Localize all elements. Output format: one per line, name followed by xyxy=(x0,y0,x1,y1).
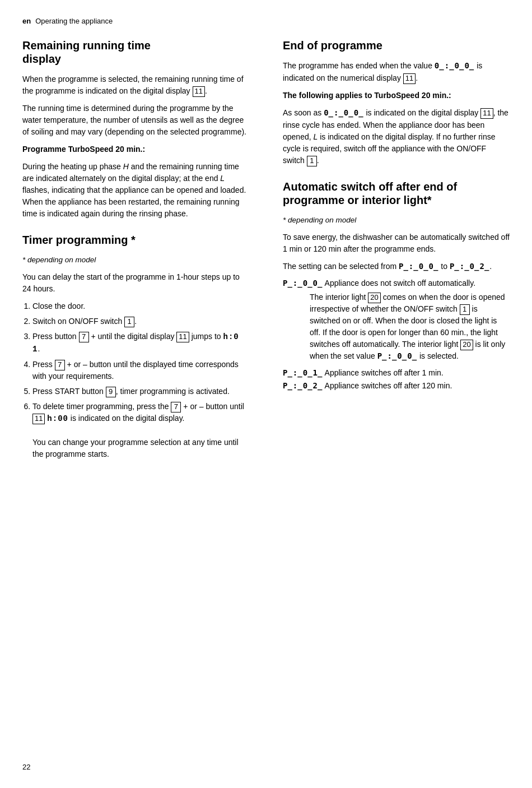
pcode-p00-indent: The interior light 20 comes on when the … xyxy=(310,291,510,363)
timer-step-4: Press 7 + or – button until the displaye… xyxy=(32,359,249,382)
display-box-11d: 11 xyxy=(403,73,416,84)
pcode-p01-label: P̲:̲0̲1̲ xyxy=(283,369,323,378)
remaining-para1: When the programme is selected, the rema… xyxy=(22,73,249,97)
display-box-11e: 11 xyxy=(480,108,493,119)
pcode-p02-label: P̲:̲0̲2̲ xyxy=(283,382,323,391)
header-text: Operating the appliance xyxy=(35,17,113,25)
pcode-p01-text: Appliance switches off after 1 min. xyxy=(325,368,444,377)
auto-title: Automatic switch off after end of progra… xyxy=(283,180,510,207)
display-box-11b: 11 xyxy=(176,332,189,342)
header-bar: en Operating the appliance xyxy=(22,17,510,25)
auto-para2: The setting can be selected from P̲:̲0̲0… xyxy=(283,261,510,273)
end-para1: The programme has ended when the value 0… xyxy=(283,60,510,84)
timer-title: Timer programming * xyxy=(22,233,249,247)
pcode-p02-text: Appliance switches off after 120 min. xyxy=(325,381,452,390)
timer-step-6: To delete timer programming, press the 7… xyxy=(32,401,249,460)
display-box-11a: 11 xyxy=(193,86,205,97)
timer-step-1: Close the door. xyxy=(32,300,249,312)
footer-page-number: 22 xyxy=(22,763,30,771)
auto-star-note: * depending on model xyxy=(283,215,510,226)
end-title: End of programme xyxy=(283,39,510,52)
display-box-9: 9 xyxy=(106,387,116,397)
turbospeed-desc: During the heating up phase H and the re… xyxy=(22,161,249,220)
auto-switch-off-section: Automatic switch off after end of progra… xyxy=(283,180,510,391)
display-box-1c: 1 xyxy=(460,304,470,315)
auto-para1: To save energy, the dishwasher can be au… xyxy=(283,231,510,255)
display-box-7b: 7 xyxy=(55,360,65,370)
left-column: Remaining running timedisplay When the p… xyxy=(22,39,255,466)
end-of-programme-section: End of programme The programme has ended… xyxy=(283,39,510,166)
timer-star-note: * depending on model xyxy=(22,254,249,266)
pcode-p00-label: P̲:̲0̲0̲ xyxy=(283,279,323,288)
display-box-11c: 11 xyxy=(32,414,45,424)
timer-step-5: Press START button 9, timer programming … xyxy=(32,386,249,397)
display-box-7a: 7 xyxy=(79,332,89,342)
remaining-title: Remaining running timedisplay xyxy=(22,39,249,66)
pcode-p00-text1: Appliance does not switch off automatica… xyxy=(325,279,476,288)
end-turbospeed-label: The following applies to TurboSpeed 20 m… xyxy=(283,90,510,101)
display-box-1a: 1 xyxy=(124,317,134,327)
end-turbospeed-desc: As soon as 0̲:̲0̲0̲ is indicated on the … xyxy=(283,107,510,166)
timer-intro: You can delay the start of the programme… xyxy=(22,271,249,295)
display-box-20b: 20 xyxy=(460,340,473,350)
timer-step-2: Switch on ON/OFF switch 1. xyxy=(32,316,249,327)
display-box-7c: 7 xyxy=(171,402,181,412)
pcode-p02-row: P̲:̲0̲2̲ Appliance switches off after 12… xyxy=(283,381,510,391)
header-lang: en xyxy=(22,17,31,25)
pcode-p00-row: P̲:̲0̲0̲ Appliance does not switch off a… xyxy=(283,279,510,288)
turbospeed-label: Programme TurboSpeed 20 min.: xyxy=(22,143,249,155)
remaining-para2: The running time is determined during th… xyxy=(22,103,249,138)
timer-programming-section: Timer programming * * depending on model… xyxy=(22,233,249,460)
pcode-p01-row: P̲:̲0̲1̲ Appliance switches off after 1 … xyxy=(283,368,510,378)
remaining-running-time-section: Remaining running timedisplay When the p… xyxy=(22,39,249,220)
timer-step-3: Press button 7 + until the digital displ… xyxy=(32,331,249,355)
right-column: End of programme The programme has ended… xyxy=(277,39,510,466)
timer-steps-list: Close the door. Switch on ON/OFF switch … xyxy=(32,300,249,460)
display-box-1b: 1 xyxy=(307,156,317,166)
display-box-20a: 20 xyxy=(368,293,380,303)
